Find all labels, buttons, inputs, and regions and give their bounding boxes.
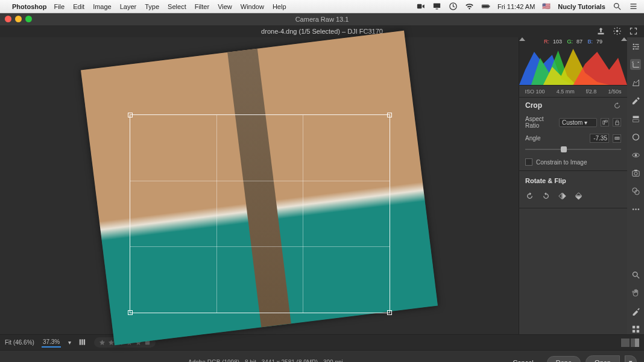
settings-icon[interactable] (613, 27, 622, 37)
menu-file[interactable]: File (54, 3, 65, 10)
before-after-view-icon[interactable] (631, 339, 639, 347)
zoom-tool-icon[interactable] (630, 269, 641, 280)
output-meta-link[interactable]: Adobe RGB (1998) - 8 bit - 3441 x 2581 (… (188, 359, 343, 362)
hand-tool-icon[interactable] (630, 287, 641, 298)
constrain-row[interactable]: Constrain to Image (519, 156, 627, 168)
svg-rect-10 (631, 6, 637, 7)
more-tool-icon[interactable] (630, 204, 641, 214)
angle-slider[interactable] (525, 145, 621, 154)
flip-vertical-icon[interactable] (574, 192, 583, 202)
menu-select[interactable]: Select (168, 3, 186, 10)
svg-rect-5 (482, 5, 488, 8)
lock-aspect-button[interactable] (613, 118, 621, 126)
right-panel: R:103 G:87 B:79 ISO 100 4.5 mm f/2.8 1/5… (519, 37, 627, 334)
zoom-label[interactable]: 37.3% (42, 337, 61, 348)
sampler-tool-icon[interactable] (630, 305, 641, 316)
menu-edit[interactable]: Edit (73, 3, 84, 10)
flip-horizontal-icon[interactable] (558, 192, 567, 202)
fit-label[interactable]: Fit (46.6%) (5, 339, 34, 346)
focal-label: 4.5 mm (557, 89, 575, 95)
file-header-bar: drone-4.dng (1/5 Selected) – DJI FC3170 (0, 25, 644, 37)
menu-layer[interactable]: Layer (120, 3, 137, 10)
fullscreen-icon[interactable] (629, 27, 638, 37)
done-button[interactable]: Done (547, 356, 581, 363)
straighten-button[interactable] (613, 134, 621, 143)
battery-icon[interactable] (481, 2, 490, 11)
crop-box[interactable] (130, 114, 390, 313)
svg-point-21 (633, 43, 634, 45)
spotlight-icon[interactable] (613, 2, 622, 11)
video-icon[interactable] (416, 2, 425, 11)
menu-image[interactable]: Image (93, 3, 112, 10)
aspect-ratio-label: Aspect Ratio (525, 116, 555, 129)
cancel-button[interactable]: Cancel (505, 357, 542, 363)
edit-tool-icon[interactable] (630, 41, 641, 52)
svg-rect-44 (632, 329, 634, 332)
svg-point-33 (634, 172, 637, 175)
menu-window[interactable]: Window (241, 3, 264, 10)
open-dropdown-button[interactable]: ▾ (625, 355, 637, 362)
wifi-icon[interactable] (465, 2, 474, 11)
app-name[interactable]: Photoshop (12, 3, 46, 10)
eyedropper-tool-icon[interactable] (630, 95, 641, 106)
svg-rect-28 (633, 119, 639, 122)
crop-handle-br[interactable] (387, 310, 392, 315)
single-view-icon[interactable] (621, 339, 630, 347)
menu-filter[interactable]: Filter (195, 3, 209, 10)
svg-point-39 (637, 208, 639, 210)
svg-rect-27 (633, 116, 639, 118)
svg-rect-6 (489, 5, 490, 7)
svg-rect-15 (605, 120, 607, 122)
crop-handle-tr[interactable] (387, 113, 392, 117)
view-mode-toggle[interactable] (621, 339, 639, 347)
svg-rect-42 (632, 325, 634, 328)
svg-rect-0 (417, 4, 422, 9)
iso-label: ISO 100 (525, 89, 545, 95)
rgb-readout: R:103 G:87 B:79 (519, 39, 627, 45)
zoom-dropdown-icon[interactable]: ▾ (68, 339, 71, 346)
spot-removal-tool-icon[interactable] (630, 77, 641, 88)
grid-tool-icon[interactable] (630, 323, 641, 334)
control-center-icon[interactable] (629, 2, 638, 11)
window-titlebar: Camera Raw 13.1 (0, 13, 644, 25)
crop-handle-tl[interactable] (128, 113, 133, 117)
menu-view[interactable]: View (218, 3, 232, 10)
flag-icon[interactable]: 🇺🇸 (542, 2, 551, 10)
svg-rect-48 (84, 339, 85, 345)
svg-point-37 (632, 208, 634, 210)
user-name[interactable]: Nucly Tutorials (558, 3, 605, 10)
crop-section-header[interactable]: Crop (519, 98, 627, 113)
swap-orientation-button[interactable] (601, 118, 609, 126)
clock[interactable]: Fri 11:42 AM (497, 3, 535, 10)
local-adjust-tool-icon[interactable] (630, 113, 641, 124)
share-icon[interactable] (596, 27, 605, 37)
crop-title: Crop (525, 101, 542, 110)
filmstrip-toggle-icon[interactable] (78, 338, 87, 348)
display-icon[interactable] (432, 2, 441, 11)
rotate-cw-icon[interactable] (541, 192, 551, 202)
window-zoom-button[interactable] (25, 16, 32, 22)
radial-tool-icon[interactable] (630, 131, 641, 142)
angle-input[interactable] (590, 134, 609, 143)
redeye-tool-icon[interactable] (630, 149, 641, 160)
star-icon[interactable] (99, 339, 106, 346)
open-button[interactable]: Open (586, 355, 620, 362)
histogram[interactable]: R:103 G:87 B:79 (519, 37, 627, 86)
svg-rect-47 (82, 339, 83, 345)
aspect-ratio-select[interactable]: Custom ▾ (559, 118, 597, 127)
menu-type[interactable]: Type (145, 3, 159, 10)
sync-icon[interactable] (449, 2, 458, 11)
svg-rect-45 (636, 329, 639, 332)
rotate-ccw-icon[interactable] (525, 192, 534, 202)
reset-icon[interactable] (613, 102, 621, 110)
crop-tool-icon[interactable] (630, 59, 641, 70)
window-close-button[interactable] (5, 16, 11, 22)
window-minimize-button[interactable] (15, 16, 22, 22)
snapshot-tool-icon[interactable] (630, 167, 641, 178)
presets-tool-icon[interactable] (630, 186, 641, 196)
exif-row: ISO 100 4.5 mm f/2.8 1/50s (519, 86, 627, 98)
constrain-checkbox[interactable] (525, 158, 532, 166)
canvas-area[interactable] (0, 37, 519, 334)
menu-help[interactable]: Help (273, 3, 286, 10)
crop-handle-bl[interactable] (128, 310, 133, 315)
